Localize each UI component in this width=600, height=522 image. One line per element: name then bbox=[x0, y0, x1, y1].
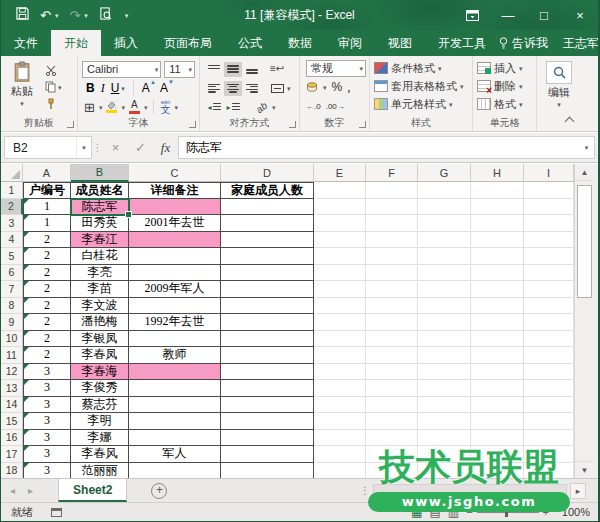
orientation-dropdown-arrow[interactable]: ▾ bbox=[272, 104, 276, 111]
cell-G12[interactable] bbox=[418, 364, 471, 381]
wrap-text-button[interactable]: ≡↩ bbox=[268, 62, 286, 77]
cell-H3[interactable] bbox=[471, 215, 524, 232]
column-header-B[interactable]: B bbox=[71, 164, 129, 182]
cell-B11[interactable]: 李春凤 bbox=[71, 347, 129, 364]
cell-F11[interactable] bbox=[366, 347, 418, 364]
cell-E14[interactable] bbox=[314, 397, 366, 414]
cell-A1[interactable]: 户编号 bbox=[23, 182, 71, 199]
cell-G18[interactable] bbox=[418, 463, 471, 480]
cell-H2[interactable] bbox=[471, 199, 524, 216]
underline-button[interactable]: U bbox=[111, 81, 120, 95]
cell-C15[interactable] bbox=[129, 413, 221, 430]
cell-C14[interactable] bbox=[129, 397, 221, 414]
cell-I1[interactable] bbox=[524, 182, 574, 199]
cell-C16[interactable] bbox=[129, 430, 221, 447]
cell-I9[interactable] bbox=[524, 314, 574, 331]
maximize-button[interactable]: □ bbox=[526, 0, 562, 30]
cell-C4[interactable] bbox=[129, 232, 221, 249]
cell-G7[interactable] bbox=[418, 281, 471, 298]
cell-B2[interactable]: 陈志军 bbox=[71, 199, 129, 216]
cell-F13[interactable] bbox=[366, 380, 418, 397]
number-format-combo[interactable]: 常规▾ bbox=[306, 60, 366, 77]
phonetic-dropdown-arrow[interactable]: ▾ bbox=[174, 104, 178, 111]
cell-F18[interactable] bbox=[366, 463, 418, 480]
cell-C5[interactable] bbox=[129, 248, 221, 265]
cell-B15[interactable]: 李明 bbox=[71, 413, 129, 430]
print-preview-icon[interactable] bbox=[99, 7, 112, 23]
zoom-handle[interactable] bbox=[505, 508, 508, 517]
cell-C17[interactable]: 军人 bbox=[129, 446, 221, 463]
expand-formula-bar-arrow[interactable]: ▾ bbox=[579, 136, 595, 159]
copy-button[interactable]: ▾ bbox=[45, 81, 62, 93]
cell-B13[interactable]: 李俊秀 bbox=[71, 380, 129, 397]
cell-B8[interactable]: 李文波 bbox=[71, 298, 129, 315]
cell-H16[interactable] bbox=[471, 430, 524, 447]
cell-C7[interactable]: 2009年军人 bbox=[129, 281, 221, 298]
select-all-corner[interactable] bbox=[1, 164, 23, 182]
align-right-button[interactable] bbox=[243, 81, 261, 96]
cell-C13[interactable] bbox=[129, 380, 221, 397]
cell-I4[interactable] bbox=[524, 232, 574, 249]
column-header-F[interactable]: F bbox=[366, 164, 418, 182]
cell-H11[interactable] bbox=[471, 347, 524, 364]
row-header-5[interactable]: 5 bbox=[1, 248, 23, 265]
cut-button[interactable] bbox=[45, 64, 62, 76]
cell-H7[interactable] bbox=[471, 281, 524, 298]
cell-F12[interactable] bbox=[366, 364, 418, 381]
cell-F15[interactable] bbox=[366, 413, 418, 430]
cell-A15[interactable]: 3 bbox=[23, 413, 71, 430]
align-center-button[interactable] bbox=[224, 81, 242, 96]
paste-button[interactable]: 粘贴 ▾ bbox=[3, 59, 41, 117]
cell-D14[interactable] bbox=[221, 397, 314, 414]
cell-H10[interactable] bbox=[471, 331, 524, 348]
cell-D10[interactable] bbox=[221, 331, 314, 348]
cell-D1[interactable]: 家庭成员人数 bbox=[221, 182, 314, 199]
row-header-18[interactable]: 18 bbox=[1, 463, 23, 480]
cell-G11[interactable] bbox=[418, 347, 471, 364]
cell-A18[interactable]: 3 bbox=[23, 463, 71, 480]
cell-H18[interactable] bbox=[471, 463, 524, 480]
cell-H14[interactable] bbox=[471, 397, 524, 414]
button-格式[interactable]: 格式▾ bbox=[475, 95, 534, 113]
cell-E18[interactable] bbox=[314, 463, 366, 480]
tab-scroll-splitter[interactable]: ⋮ bbox=[360, 485, 370, 496]
column-header-E[interactable]: E bbox=[314, 164, 366, 182]
cell-I14[interactable] bbox=[524, 397, 574, 414]
cell-C11[interactable]: 教师 bbox=[129, 347, 221, 364]
cell-E16[interactable] bbox=[314, 430, 366, 447]
cell-A8[interactable]: 2 bbox=[23, 298, 71, 315]
row-header-15[interactable]: 15 bbox=[1, 413, 23, 430]
cell-D7[interactable] bbox=[221, 281, 314, 298]
cell-D15[interactable] bbox=[221, 413, 314, 430]
bold-button[interactable]: B bbox=[86, 81, 95, 95]
cell-B7[interactable]: 李苗 bbox=[71, 281, 129, 298]
font-color-button[interactable]: A bbox=[129, 100, 140, 114]
cell-B1[interactable]: 成员姓名 bbox=[71, 182, 129, 199]
next-sheet-arrow[interactable]: ▸ bbox=[28, 485, 33, 496]
merge-dropdown-arrow[interactable]: ▾ bbox=[287, 85, 291, 92]
row-header-2[interactable]: 2 bbox=[1, 199, 23, 216]
phonetic-guide-button[interactable]: wén文 bbox=[160, 100, 170, 115]
cell-C8[interactable] bbox=[129, 298, 221, 315]
cell-F9[interactable] bbox=[366, 314, 418, 331]
page-layout-view-icon[interactable]: ▤ bbox=[429, 506, 440, 518]
cell-I17[interactable] bbox=[524, 446, 574, 463]
row-header-9[interactable]: 9 bbox=[1, 314, 23, 331]
cell-E9[interactable] bbox=[314, 314, 366, 331]
cell-H4[interactable] bbox=[471, 232, 524, 249]
cell-F3[interactable] bbox=[366, 215, 418, 232]
fill-color-dropdown-arrow[interactable]: ▾ bbox=[121, 104, 125, 111]
column-header-D[interactable]: D bbox=[221, 164, 314, 182]
comma-style-button[interactable]: , bbox=[347, 79, 350, 95]
collapse-ribbon-icon[interactable] bbox=[565, 117, 575, 127]
new-sheet-button[interactable]: + bbox=[151, 483, 167, 499]
cell-C2[interactable] bbox=[129, 199, 221, 216]
column-header-G[interactable]: G bbox=[418, 164, 471, 182]
borders-button[interactable]: ⊞ bbox=[84, 100, 95, 115]
name-box-dropdown-arrow[interactable]: ▾ bbox=[76, 137, 91, 158]
cell-D3[interactable] bbox=[221, 215, 314, 232]
cell-C3[interactable]: 2001年去世 bbox=[129, 215, 221, 232]
font-family-combo[interactable]: Calibri▾ bbox=[82, 61, 161, 78]
cell-D6[interactable] bbox=[221, 265, 314, 282]
cell-G2[interactable] bbox=[418, 199, 471, 216]
